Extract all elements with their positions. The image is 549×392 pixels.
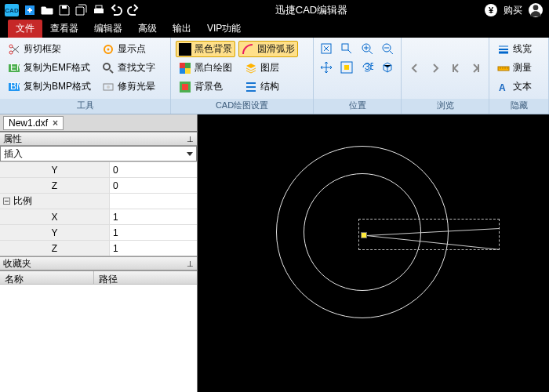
scale-header-row[interactable]: 比例 xyxy=(0,193,197,209)
copy-bmp-button[interactable]: BMP复制为BMP格式 xyxy=(5,78,94,95)
file-tabbar: New1.dxf× xyxy=(0,114,197,132)
copy-emf-button[interactable]: EMF复制为EMF格式 xyxy=(5,60,94,76)
tab-output[interactable]: 输出 xyxy=(165,20,199,38)
close-icon[interactable]: × xyxy=(53,118,58,129)
svg-rect-19 xyxy=(180,68,185,74)
layer-button[interactable]: 图层 xyxy=(242,60,282,76)
redo-icon[interactable] xyxy=(127,4,140,16)
buy-link[interactable]: 购买 xyxy=(504,4,522,17)
pin-icon[interactable]: ⊥ xyxy=(187,260,194,268)
bmp-icon: BMP xyxy=(8,81,20,93)
file-name: New1.dxf xyxy=(9,118,48,129)
group-hide: 线宽 测量 A文本 隐藏 xyxy=(489,38,549,114)
zoom-window-icon[interactable] xyxy=(340,42,353,55)
fav-columns: 名称 路径 xyxy=(0,270,197,285)
user-avatar-icon[interactable] xyxy=(529,3,543,17)
nav-left-icon[interactable] xyxy=(409,62,421,74)
type-combo[interactable]: 插入 xyxy=(0,146,197,162)
view3d-icon[interactable] xyxy=(381,61,394,74)
app-logo-icon[interactable]: CAD xyxy=(5,4,19,16)
text-label: 文本 xyxy=(513,80,532,93)
smooth-arc-button[interactable]: 圆滑弧形 xyxy=(238,41,298,57)
linewidth-button[interactable]: 线宽 xyxy=(494,41,535,57)
bgcolor-icon xyxy=(179,81,191,93)
trim-label: 修剪光晕 xyxy=(118,80,155,93)
combo-value: 插入 xyxy=(4,147,23,161)
prop-val[interactable]: 1 xyxy=(110,241,197,256)
open-icon[interactable] xyxy=(41,4,53,16)
dock-area: New1.dxf× 属性⊥ 插入 Y0 Z0 比例 X1 Y1 Z1 收藏夹⊥ … xyxy=(0,114,549,392)
collapse-icon[interactable] xyxy=(3,198,10,205)
table-row[interactable]: Z1 xyxy=(0,240,197,256)
drawing-canvas[interactable] xyxy=(198,114,549,392)
svg-point-13 xyxy=(104,64,110,70)
extents-icon[interactable] xyxy=(340,61,353,74)
svg-rect-2 xyxy=(94,9,104,13)
table-row[interactable]: Y0 xyxy=(0,162,197,177)
props-header[interactable]: 属性⊥ xyxy=(0,132,197,146)
clip-frame-button[interactable]: 剪切框架 xyxy=(5,41,94,57)
quick-access-toolbar: CAD xyxy=(0,4,144,16)
bgcolor-button[interactable]: 背景色 xyxy=(176,78,238,95)
findtext-button[interactable]: 查找文字 xyxy=(99,60,158,76)
prop-val[interactable]: 0 xyxy=(110,162,197,177)
tab-editor[interactable]: 编辑器 xyxy=(86,20,130,38)
group-browse-label: 浏览 xyxy=(402,99,489,114)
linewidth-icon xyxy=(497,43,510,56)
new-icon[interactable] xyxy=(24,4,36,16)
currency-icon[interactable]: ¥ xyxy=(485,4,497,16)
prop-val[interactable]: 0 xyxy=(110,178,197,193)
struct-button[interactable]: 结构 xyxy=(242,78,282,95)
svg-point-15 xyxy=(107,85,110,89)
undo-icon[interactable] xyxy=(110,4,122,16)
tab-viewer[interactable]: 查看器 xyxy=(42,20,86,38)
bw-button[interactable]: 黑白绘图 xyxy=(176,60,238,76)
save-icon[interactable] xyxy=(58,4,71,16)
group-pos-label: 位置 xyxy=(314,99,401,114)
nav-last-icon[interactable] xyxy=(470,62,482,74)
col-name[interactable]: 名称 xyxy=(0,271,94,284)
svg-rect-22 xyxy=(182,84,188,90)
showpoint-button[interactable]: 显示点 xyxy=(99,41,158,57)
ribbon-tabs: 文件 查看器 编辑器 高级 输出 VIP功能 xyxy=(0,20,549,38)
tab-advanced[interactable]: 高级 xyxy=(130,20,165,38)
grip-handle[interactable] xyxy=(361,232,367,238)
trim-icon xyxy=(102,81,115,93)
table-row[interactable]: Y1 xyxy=(0,224,197,240)
props-title: 属性 xyxy=(3,132,22,146)
struct-label: 结构 xyxy=(260,80,279,93)
fav-body[interactable] xyxy=(0,285,197,392)
measure-button[interactable]: 测量 xyxy=(494,60,535,76)
text-button[interactable]: A文本 xyxy=(494,78,535,95)
nav-first-icon[interactable] xyxy=(449,62,462,74)
fav-title: 收藏夹 xyxy=(3,257,31,270)
zoom-in-icon[interactable] xyxy=(361,42,373,55)
scissors-icon xyxy=(8,43,20,56)
tab-file[interactable]: 文件 xyxy=(8,20,42,38)
saveall-icon[interactable] xyxy=(75,4,88,16)
svg-rect-18 xyxy=(185,63,191,68)
black-bg-button[interactable]: 黑色背景 xyxy=(176,41,235,57)
prop-val[interactable]: 1 xyxy=(110,209,197,224)
table-row[interactable]: Z0 xyxy=(0,177,197,193)
group-cad: 黑色背景 圆滑弧形 黑白绘图 图层 背景色 结构 CAD绘图设置 xyxy=(171,38,314,114)
zoom-out-icon[interactable] xyxy=(381,42,394,55)
nav-right-icon[interactable] xyxy=(429,62,442,74)
col-path[interactable]: 路径 xyxy=(94,271,122,284)
table-row[interactable]: X1 xyxy=(0,209,197,224)
trim-button[interactable]: 修剪光晕 xyxy=(99,78,158,95)
group-tools-label: 工具 xyxy=(0,99,170,114)
emf-icon: EMF xyxy=(8,62,20,74)
svg-rect-3 xyxy=(96,5,102,9)
fit-icon[interactable] xyxy=(320,42,333,55)
fav-header[interactable]: 收藏夹⊥ xyxy=(0,256,197,270)
svg-rect-24 xyxy=(342,44,348,50)
pan-icon[interactable] xyxy=(320,61,333,74)
tab-vip[interactable]: VIP功能 xyxy=(199,20,249,38)
pin-icon[interactable]: ⊥ xyxy=(187,135,194,143)
prop-val[interactable]: 1 xyxy=(110,225,197,240)
svg-point-5 xyxy=(9,45,13,48)
file-tab[interactable]: New1.dxf× xyxy=(3,116,64,130)
rotate-icon[interactable]: 35 xyxy=(361,61,373,74)
print-icon[interactable] xyxy=(93,4,105,16)
